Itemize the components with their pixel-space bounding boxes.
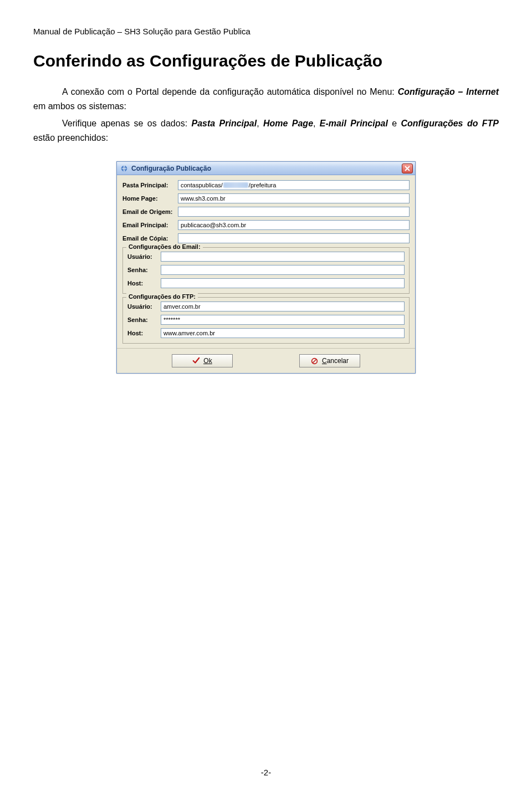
ftp-host-label: Host: — [127, 330, 161, 336]
pasta-principal-field[interactable]: contaspublicas//prefeitura — [178, 180, 410, 190]
page-number: -2- — [0, 768, 532, 777]
para2-field1: Pasta Principal — [191, 119, 257, 128]
ftp-senha-label: Senha: — [127, 316, 161, 323]
page-title: Conferindo as Configurações de Publicaçã… — [33, 52, 499, 70]
email-senha-field[interactable] — [161, 265, 405, 275]
para1-menu-name: Configuração – Internet — [398, 87, 499, 96]
ftp-config-group: Configurações do FTP: Usuário: Senha: Ho… — [122, 297, 410, 344]
pasta-value-pre: contaspublicas/ — [181, 182, 223, 188]
email-copia-field[interactable] — [178, 233, 410, 243]
para2-field3: E-mail Principal — [320, 119, 388, 128]
svg-line-2 — [313, 359, 317, 363]
ftp-config-legend: Configurações do FTP: — [126, 293, 198, 300]
document-header: Manual de Publicação – SH3 Solução para … — [33, 27, 499, 36]
ok-label: Ok — [203, 357, 212, 365]
para2-mid: e — [388, 119, 401, 128]
email-host-field[interactable] — [161, 278, 405, 288]
email-principal-field[interactable] — [178, 220, 410, 230]
close-icon — [405, 166, 410, 171]
email-origem-field[interactable] — [178, 207, 410, 217]
para1-pre: A conexão com o Portal depende da config… — [62, 87, 398, 96]
email-usuario-field[interactable] — [161, 252, 405, 262]
cancel-label: Cancelar — [322, 357, 349, 365]
close-button[interactable] — [402, 164, 413, 173]
cancel-button[interactable]: Cancelar — [299, 354, 360, 367]
dialog-window: Configuração Publicação Pasta Principal:… — [116, 161, 416, 374]
para2-post: estão preenchidos: — [33, 133, 108, 142]
email-config-group: Configurações do Email: Usuário: Senha: … — [122, 247, 410, 294]
ok-button[interactable]: Ok — [172, 354, 233, 367]
pasta-principal-label: Pasta Principal: — [122, 182, 178, 188]
para2-field2: Home Page — [263, 119, 313, 128]
email-principal-label: Email Principal: — [122, 222, 178, 228]
paragraph-2: Verifique apenas se os dados: Pasta Prin… — [33, 116, 499, 145]
email-config-legend: Configurações do Email: — [126, 243, 203, 250]
check-icon — [192, 357, 200, 365]
dialog-title: Configuração Publicação — [131, 165, 211, 172]
ftp-host-field[interactable] — [161, 328, 405, 338]
app-icon — [120, 165, 128, 172]
email-host-label: Host: — [127, 280, 161, 287]
cancel-icon — [311, 357, 319, 365]
ftp-usuario-label: Usuário: — [127, 303, 161, 310]
dialog-titlebar[interactable]: Configuração Publicação — [117, 162, 415, 175]
email-origem-label: Email de Origem: — [122, 208, 178, 215]
paragraph-1: A conexão com o Portal depende da config… — [33, 85, 499, 113]
para1-post: em ambos os sistemas: — [33, 101, 126, 111]
email-senha-label: Senha: — [127, 267, 161, 273]
redacted-text — [223, 182, 248, 188]
dialog-button-bar: Ok Cancelar — [117, 348, 415, 373]
ftp-senha-field[interactable] — [161, 315, 405, 325]
para2-field4: Configurações do FTP — [401, 119, 499, 128]
home-page-label: Home Page: — [122, 195, 178, 202]
email-usuario-label: Usuário: — [127, 253, 161, 260]
para2-pre: Verifique apenas se os dados: — [62, 119, 191, 128]
email-copia-label: Email de Cópia: — [122, 235, 178, 242]
home-page-field[interactable] — [178, 193, 410, 203]
dialog-body: Pasta Principal: contaspublicas//prefeit… — [117, 175, 415, 348]
pasta-value-post: /prefeitura — [249, 182, 277, 188]
ftp-usuario-field[interactable] — [161, 302, 405, 311]
